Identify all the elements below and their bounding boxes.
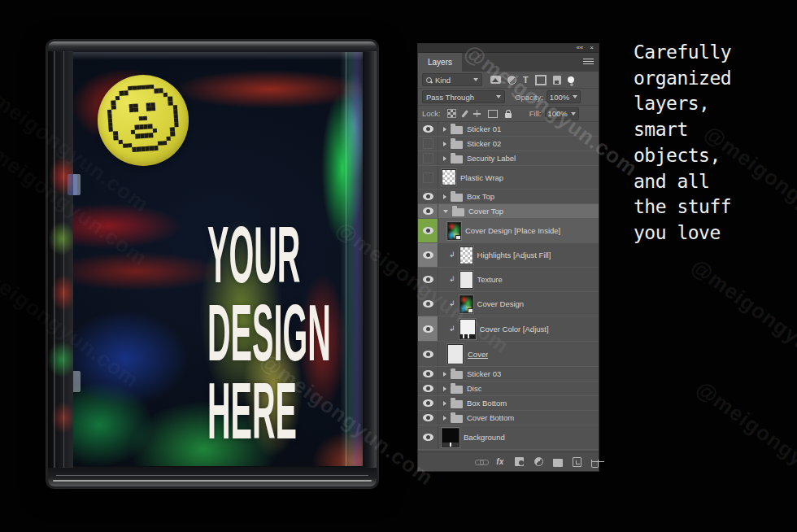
layer-name[interactable]: Sticker 03: [467, 369, 501, 378]
filter-shape-layers-icon[interactable]: [535, 75, 547, 85]
layer-name[interactable]: Background: [464, 433, 505, 442]
layer-name[interactable]: Security Label: [467, 154, 516, 163]
layer-name[interactable]: Box Bottom: [467, 399, 507, 408]
new-group-icon[interactable]: [553, 459, 563, 467]
design-line: HERE: [207, 371, 331, 449]
lock-artboard-icon[interactable]: [488, 110, 498, 118]
panel-menu-icon[interactable]: [583, 59, 594, 66]
panel-footer: fx: [418, 451, 599, 471]
layer-row[interactable]: ↲Cover Design: [418, 292, 599, 316]
filter-smart-objects-icon[interactable]: [553, 76, 561, 85]
visibility-toggle[interactable]: [418, 166, 438, 189]
layer-row[interactable]: Security Label: [418, 151, 599, 166]
expand-group-arrow[interactable]: [443, 401, 446, 406]
new-adjustment-layer-icon[interactable]: [534, 457, 543, 466]
tab-layers[interactable]: Layers: [418, 53, 462, 72]
layer-name[interactable]: Disc: [467, 384, 481, 393]
layer-row[interactable]: Sticker 02: [418, 137, 599, 151]
layer-thumbnail[interactable]: [442, 169, 456, 185]
visibility-toggle[interactable]: [418, 122, 438, 136]
layer-name[interactable]: Cover Design: [477, 299, 525, 308]
opacity-value-box[interactable]: 100%: [547, 90, 581, 103]
fill-value-box[interactable]: 100%: [545, 107, 579, 120]
new-layer-icon[interactable]: [573, 457, 581, 467]
layer-thumbnail[interactable]: [447, 222, 461, 240]
expand-group-arrow[interactable]: [443, 386, 446, 391]
layer-thumbnail[interactable]: [459, 246, 473, 264]
layer-thumbnail[interactable]: [459, 319, 476, 339]
layer-thumbnail[interactable]: [442, 428, 459, 447]
layer-row[interactable]: Plastic Wrap: [418, 166, 599, 190]
layer-row[interactable]: ↲Texture: [418, 268, 599, 292]
layer-row[interactable]: Sticker 01: [418, 122, 599, 137]
layer-row[interactable]: Cover Top: [418, 204, 599, 219]
delete-layer-icon[interactable]: [591, 460, 599, 468]
visibility-toggle[interactable]: [418, 342, 438, 366]
visibility-toggle[interactable]: [418, 292, 438, 316]
close-panel-icon[interactable]: ×: [590, 45, 594, 51]
lock-transparency-icon[interactable]: [447, 109, 456, 118]
layer-name[interactable]: Texture: [477, 275, 503, 284]
layer-thumbnail[interactable]: [459, 295, 473, 313]
layer-row[interactable]: Disc: [418, 382, 599, 396]
visibility-toggle[interactable]: [418, 411, 438, 425]
layer-row[interactable]: ↲Cover Color [Adjust]: [418, 316, 599, 342]
layer-name[interactable]: Sticker 02: [467, 139, 501, 148]
visibility-toggle[interactable]: [418, 243, 438, 267]
visibility-toggle[interactable]: [418, 425, 438, 449]
layer-row[interactable]: Cover: [418, 342, 599, 367]
link-layers-icon[interactable]: [475, 456, 486, 468]
layer-row[interactable]: Box Top: [418, 190, 599, 204]
collapse-panel-icon[interactable]: ««: [576, 45, 583, 51]
visibility-toggle[interactable]: [418, 382, 438, 395]
layer-name[interactable]: Cover: [468, 350, 488, 359]
cover-art: YOUR DESIGN HERE: [73, 52, 363, 466]
layer-row[interactable]: Sticker 03: [418, 367, 599, 382]
layer-thumbnail[interactable]: [447, 344, 464, 364]
visibility-toggle[interactable]: [418, 190, 438, 203]
expand-group-arrow[interactable]: [443, 372, 446, 377]
expand-group-arrow[interactable]: [443, 127, 446, 132]
visibility-toggle[interactable]: [418, 137, 438, 150]
lock-position-icon[interactable]: [473, 110, 481, 117]
lock-all-icon[interactable]: [505, 113, 512, 118]
layer-style-fx-icon[interactable]: fx: [495, 456, 506, 468]
layer-name[interactable]: Cover Bottom: [467, 413, 514, 422]
filter-icons: T: [490, 75, 574, 85]
lock-pixels-icon[interactable]: [461, 110, 468, 118]
layer-name[interactable]: Cover Design [Place Inside]: [465, 226, 560, 235]
expand-group-arrow[interactable]: [443, 142, 446, 146]
filter-type-layers-icon[interactable]: T: [523, 76, 529, 84]
expand-group-arrow[interactable]: [443, 194, 446, 199]
add-mask-icon[interactable]: [515, 457, 524, 466]
eye-icon: [423, 193, 433, 200]
visibility-toggle[interactable]: [418, 316, 438, 341]
filter-adjustment-layers-icon[interactable]: [507, 76, 516, 85]
visibility-toggle[interactable]: [418, 396, 438, 410]
layer-row[interactable]: ↲Highlights [Adjust Fill]: [418, 243, 599, 268]
layer-name[interactable]: Cover Color [Adjust]: [480, 325, 549, 334]
plastic-clip: [73, 371, 81, 392]
expand-group-arrow[interactable]: [443, 156, 446, 161]
layer-row[interactable]: Background: [418, 425, 599, 450]
collapse-group-arrow[interactable]: [443, 210, 448, 213]
visibility-toggle[interactable]: [418, 268, 438, 291]
layer-name[interactable]: Sticker 01: [467, 124, 501, 133]
visibility-toggle[interactable]: [418, 367, 438, 381]
layer-thumbnail[interactable]: [459, 271, 473, 289]
visibility-toggle[interactable]: [418, 219, 438, 242]
filter-toggle-icon[interactable]: [568, 76, 574, 83]
filter-kind-dropdown[interactable]: Kind: [422, 73, 482, 86]
layer-row[interactable]: Cover Design [Place Inside]: [418, 219, 599, 243]
layer-name[interactable]: Box Top: [467, 192, 494, 201]
visibility-toggle[interactable]: [418, 204, 438, 218]
layer-name[interactable]: Cover Top: [468, 207, 503, 216]
layer-row[interactable]: Box Bottom: [418, 396, 599, 411]
layer-name[interactable]: Plastic Wrap: [460, 173, 503, 182]
layer-name[interactable]: Highlights [Adjust Fill]: [477, 251, 551, 259]
blend-mode-dropdown[interactable]: Pass Through: [422, 90, 505, 103]
filter-pixel-layers-icon[interactable]: [490, 76, 501, 84]
layer-row[interactable]: Cover Bottom: [418, 411, 599, 425]
visibility-toggle[interactable]: [418, 151, 438, 165]
expand-group-arrow[interactable]: [443, 416, 446, 421]
